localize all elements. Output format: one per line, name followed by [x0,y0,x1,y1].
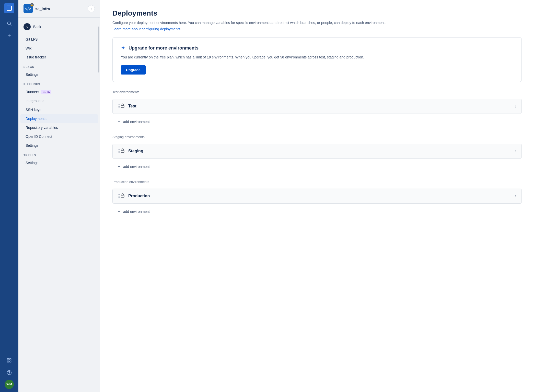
sidebar-item-git-lfs[interactable]: Git LFS [20,35,98,44]
test-env-name: Test [128,104,515,108]
svg-line-2 [10,24,11,26]
page-title: Deployments [112,9,522,17]
sidebar-item-issue-tracker[interactable]: Issue tracker [20,53,98,62]
sparkle-icon: ✦ [121,45,125,51]
search-button[interactable] [4,18,14,29]
staging-environments-section: Staging environments Staging › + add env… [112,135,522,173]
lock-icon [120,148,125,154]
staging-environment-item[interactable]: Staging › [112,144,522,159]
sidebar-item-openid-connect[interactable]: OpenID Connect [20,132,98,141]
test-section-label: Test environments [112,90,522,96]
production-environment-item[interactable]: Production › [112,189,522,204]
svg-rect-11 [121,105,124,107]
help-button[interactable] [4,368,14,378]
svg-rect-7 [7,361,9,362]
upgrade-title: Upgrade for more environments [129,45,199,51]
drag-handle [118,104,120,108]
user-avatar[interactable]: WM [5,380,14,389]
back-button[interactable]: Back [18,21,100,33]
sidebar-item-runners[interactable]: Runners BETA [20,88,98,96]
svg-rect-12 [121,150,124,152]
upgrade-description: You are currently on the free plan, whic… [121,54,513,60]
svg-rect-13 [121,195,124,197]
section-pipelines: PIPELINES [18,79,100,87]
drag-handle [118,194,120,198]
app-logo[interactable] [4,3,14,13]
production-section-label: Production environments [112,180,522,186]
add-icon: + [118,119,121,125]
icon-bar: WM [0,0,18,392]
svg-rect-5 [7,359,9,360]
section-slack: SLACK [18,62,100,70]
svg-rect-6 [10,359,11,360]
add-icon: + [118,164,121,170]
add-staging-env-label: add environment [123,165,150,169]
upgrade-card-header: ✦ Upgrade for more environments [121,45,513,51]
sidebar-item-wiki[interactable]: Wiki [20,44,98,53]
chevron-right-icon: › [515,193,516,199]
add-production-env-label: add environment [123,210,150,214]
repo-icon: </> 🔒 [24,4,33,13]
page-description: Configure your deployment environments h… [112,20,522,26]
test-environments-section: Test environments Test › + add environme… [112,90,522,128]
add-icon: + [118,209,121,215]
sidebar-header: </> 🔒 s3_infra ‹ [18,0,100,18]
learn-more-link[interactable]: Learn more about configuring deployments… [112,27,522,31]
test-environment-item[interactable]: Test › [112,99,522,114]
production-env-name: Production [128,194,515,198]
sidebar-content: Back Git LFS Wiki Issue tracker SLACK Se… [18,18,100,392]
collapse-sidebar-button[interactable]: ‹ [88,5,95,12]
sidebar-item-trello-settings[interactable]: Settings [20,158,98,167]
lock-icon [120,103,125,109]
sidebar-item-integrations[interactable]: Integrations [20,96,98,105]
back-icon [24,23,31,30]
svg-point-1 [7,22,10,25]
sidebar-item-deployments[interactable]: Deployments [20,114,98,123]
repo-name: s3_infra [35,7,50,11]
section-trello: TRELLO [18,150,100,158]
add-staging-env-button[interactable]: + add environment [112,161,522,173]
back-label: Back [33,25,41,29]
add-test-env-label: add environment [123,120,150,124]
chevron-right-icon: › [515,149,516,154]
add-production-env-button[interactable]: + add environment [112,206,522,218]
chevron-right-icon: › [515,104,516,109]
apps-button[interactable] [4,355,14,365]
upgrade-button[interactable]: Upgrade [121,65,146,75]
production-environments-section: Production environments Production › + a… [112,180,522,218]
main-content: Deployments Configure your deployment en… [100,0,534,392]
scrollbar-track [98,26,99,387]
lock-badge: 🔒 [30,3,34,7]
sidebar-item-slack-settings[interactable]: Settings [20,70,98,79]
svg-rect-8 [10,361,11,362]
upgrade-card: ✦ Upgrade for more environments You are … [112,37,522,82]
drag-handle [118,149,120,153]
sidebar-item-pipeline-settings[interactable]: Settings [20,141,98,150]
scrollbar-thumb[interactable] [98,27,99,72]
svg-rect-0 [7,6,11,10]
beta-badge: BETA [41,90,51,94]
sidebar: </> 🔒 s3_infra ‹ Back Git LFS Wiki Issue… [18,0,100,392]
add-test-env-button[interactable]: + add environment [112,116,522,128]
lock-icon [120,193,125,199]
staging-section-label: Staging environments [112,135,522,141]
sidebar-item-repo-variables[interactable]: Repository variables [20,123,98,132]
add-button[interactable] [4,31,14,41]
sidebar-item-ssh-keys[interactable]: SSH keys [20,105,98,114]
staging-env-name: Staging [128,149,515,153]
